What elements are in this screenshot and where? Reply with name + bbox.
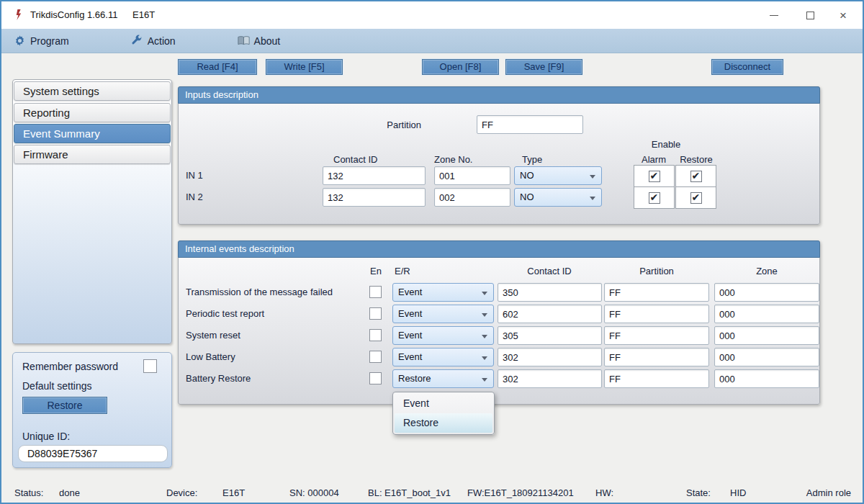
in2-restore-checkbox[interactable] bbox=[690, 192, 702, 204]
event3-contact-id-input[interactable] bbox=[498, 348, 602, 366]
event4-partition-input[interactable] bbox=[604, 369, 709, 388]
settings-panel: Remember password Default settings Resto… bbox=[12, 352, 172, 468]
event0-partition-input[interactable] bbox=[604, 283, 709, 302]
event3-er-select[interactable]: Event bbox=[392, 348, 494, 366]
event2-en-checkbox[interactable] bbox=[369, 329, 382, 341]
event3-er-value: Event bbox=[398, 351, 422, 362]
menu-program[interactable]: Program bbox=[1, 29, 79, 53]
input-row-label: IN 2 bbox=[186, 188, 203, 207]
title-device: E16T bbox=[132, 9, 155, 20]
write-button[interactable]: Write [F5] bbox=[266, 59, 343, 75]
device-label: Device: bbox=[166, 487, 197, 498]
alarm-header: Alarm bbox=[642, 154, 666, 165]
in2-zone-input[interactable] bbox=[434, 188, 510, 207]
event3-partition-input[interactable] bbox=[604, 348, 709, 366]
event4-er-select[interactable]: Restore bbox=[392, 369, 494, 388]
event1-zone-input[interactable] bbox=[714, 305, 819, 323]
state-label: State: bbox=[686, 487, 711, 498]
event1-contact-id-input[interactable] bbox=[498, 305, 602, 323]
maximize-button[interactable] bbox=[793, 1, 827, 29]
er-header: E/R bbox=[395, 266, 410, 276]
dropdown-option-event[interactable]: Event bbox=[395, 394, 492, 413]
restore-header: Restore bbox=[680, 154, 713, 165]
event2-zone-input[interactable] bbox=[714, 326, 819, 345]
sidebar-item-firmware[interactable]: Firmware bbox=[14, 145, 171, 164]
in2-type-select[interactable]: NO bbox=[514, 188, 602, 207]
event-row-label: Periodic test report bbox=[186, 305, 264, 323]
unique-id-value: D88039E75367 bbox=[18, 445, 168, 462]
in1-zone-input[interactable] bbox=[434, 166, 510, 185]
open-button[interactable]: Open [F8] bbox=[422, 59, 499, 75]
disconnect-button[interactable]: Disconnect bbox=[711, 59, 783, 75]
event4-er-value: Restore bbox=[398, 373, 431, 384]
app-logo-icon bbox=[13, 9, 25, 21]
serial-number: SN: 000004 bbox=[289, 487, 339, 498]
event2-contact-id-input[interactable] bbox=[498, 326, 602, 345]
event1-en-checkbox[interactable] bbox=[369, 307, 382, 320]
device-value: E16T bbox=[222, 487, 245, 498]
en-header: En bbox=[370, 266, 382, 276]
minimize-icon bbox=[770, 15, 778, 16]
dropdown-option-restore[interactable]: Restore bbox=[395, 413, 492, 433]
event4-zone-input[interactable] bbox=[714, 369, 819, 388]
close-button[interactable]: × bbox=[827, 1, 860, 29]
menu-bar: Program Action About bbox=[1, 29, 863, 53]
event0-zone-input[interactable] bbox=[714, 283, 819, 302]
menu-about-label: About bbox=[254, 35, 281, 47]
event1-partition-input[interactable] bbox=[604, 305, 709, 323]
default-settings-label: Default settings bbox=[22, 380, 92, 392]
in1-type-select[interactable]: NO bbox=[514, 166, 602, 185]
event4-en-checkbox[interactable] bbox=[369, 372, 382, 384]
event0-en-checkbox[interactable] bbox=[369, 286, 382, 298]
sidebar-item-event-summary[interactable]: Event Summary bbox=[14, 124, 171, 143]
sidebar-item-system-settings[interactable]: System settings bbox=[14, 81, 171, 101]
sidebar: System settings Reporting Event Summary … bbox=[12, 79, 172, 344]
menu-about[interactable]: About bbox=[228, 29, 291, 53]
event3-zone-input[interactable] bbox=[714, 348, 819, 366]
event3-en-checkbox[interactable] bbox=[369, 351, 382, 363]
read-button[interactable]: Read [F4] bbox=[178, 59, 257, 75]
bootloader-version: BL: E16T_boot_1v1 bbox=[368, 487, 451, 498]
in1-restore-checkbox[interactable] bbox=[690, 171, 702, 182]
remember-password-checkbox[interactable] bbox=[143, 359, 157, 373]
event2-partition-input[interactable] bbox=[604, 326, 709, 345]
status-label: Status: bbox=[14, 487, 43, 498]
title-bar: TrikdisConfig 1.66.11 E16T × bbox=[1, 1, 863, 29]
status-bar: Status: done Device: E16T SN: 000004 BL:… bbox=[1, 484, 863, 503]
enable-header: Enable bbox=[652, 139, 680, 150]
save-button[interactable]: Save [F9] bbox=[505, 59, 582, 75]
close-icon: × bbox=[840, 9, 847, 22]
zone-no-header: Zone No. bbox=[434, 154, 472, 165]
chevron-down-icon bbox=[482, 335, 487, 338]
menu-program-label: Program bbox=[30, 35, 69, 47]
firmware-version: FW:E16T_180921134201 bbox=[467, 487, 574, 498]
internal-panel-title: Internal events description bbox=[178, 240, 820, 258]
in1-alarm-checkbox[interactable] bbox=[649, 171, 660, 182]
partition-input[interactable] bbox=[477, 115, 583, 134]
event1-er-select[interactable]: Event bbox=[392, 305, 494, 323]
internal-events-panel: Internal events description En E/R Conta… bbox=[178, 240, 820, 405]
inputs-panel-title: Inputs description bbox=[178, 86, 820, 104]
chevron-down-icon bbox=[590, 175, 595, 179]
in2-contact-id-input[interactable] bbox=[323, 188, 426, 207]
maximize-icon bbox=[806, 12, 814, 19]
in1-restore-cell bbox=[675, 165, 716, 187]
event0-er-select[interactable]: Event bbox=[392, 283, 494, 302]
restore-defaults-button[interactable]: Restore bbox=[22, 397, 107, 414]
event-row-label: System reset bbox=[186, 326, 240, 345]
menu-action[interactable]: Action bbox=[121, 29, 186, 53]
event0-contact-id-input[interactable] bbox=[498, 283, 602, 302]
app-window: TrikdisConfig 1.66.11 E16T × Program Act… bbox=[0, 0, 864, 504]
in1-type-value: NO bbox=[520, 170, 534, 181]
status-value: done bbox=[59, 487, 80, 498]
unique-id-label: Unique ID: bbox=[22, 431, 70, 442]
in2-alarm-checkbox[interactable] bbox=[649, 192, 660, 204]
contact-id-header: Contact ID bbox=[333, 154, 377, 165]
event0-er-value: Event bbox=[398, 287, 422, 297]
minimize-button[interactable] bbox=[757, 1, 791, 29]
event4-contact-id-input[interactable] bbox=[498, 369, 602, 388]
in1-contact-id-input[interactable] bbox=[323, 166, 426, 185]
event-row-label: Low Battery bbox=[186, 348, 235, 366]
sidebar-item-reporting[interactable]: Reporting bbox=[14, 103, 171, 122]
event2-er-select[interactable]: Event bbox=[392, 326, 494, 345]
